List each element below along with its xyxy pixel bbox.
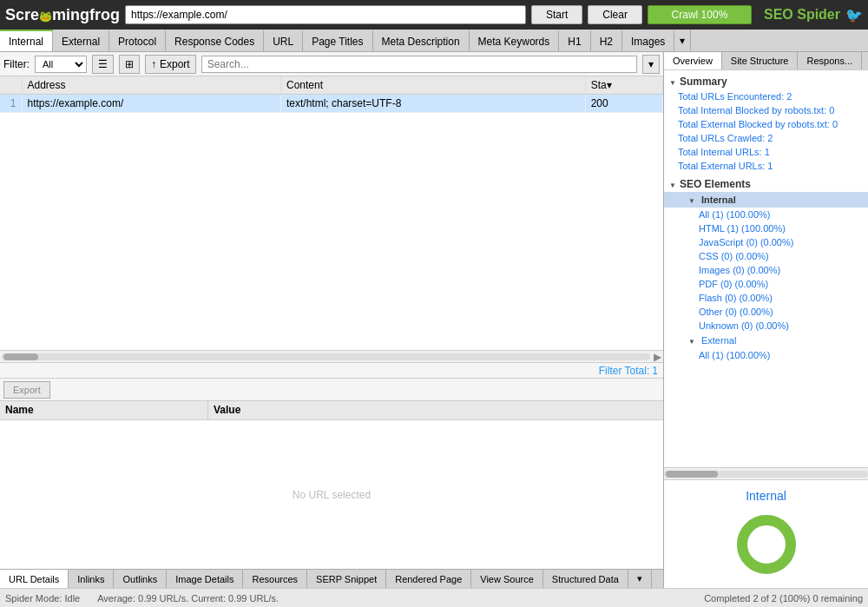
tab-resources[interactable]: Resources: [243, 570, 307, 588]
tab-url-details[interactable]: URL Details: [0, 570, 69, 588]
completed-status: Completed 2 of 2 (100%) 0 remaining: [704, 593, 863, 604]
clear-button[interactable]: Clear: [588, 5, 642, 24]
total-urls-encountered[interactable]: Total URLs Encountered: 2: [664, 89, 868, 103]
internal-all[interactable]: All (1) (100.00%): [664, 208, 868, 221]
tab-url[interactable]: URL: [264, 30, 303, 51]
search-dropdown-button[interactable]: ▾: [642, 55, 660, 74]
start-button[interactable]: Start: [531, 5, 582, 24]
internal-unknown[interactable]: Unknown (0) (0.00%): [664, 319, 868, 333]
total-urls-crawled[interactable]: Total URLs Crawled: 2: [664, 131, 868, 145]
bottom-export-button[interactable]: Export: [3, 381, 50, 399]
donut-chart: [732, 510, 801, 579]
tab-serp-snippet[interactable]: SERP Snippet: [307, 570, 386, 588]
right-tab-site-structure[interactable]: Site Structure: [722, 52, 799, 69]
horizontal-scrollbar[interactable]: ▶: [0, 350, 663, 362]
summary-section: Summary Total URLs Encountered: 2 Total …: [664, 72, 868, 175]
main-tabs: Internal External Protocol Response Code…: [0, 30, 868, 52]
right-tab-response[interactable]: Respons...: [798, 52, 862, 69]
more-bottom-tabs[interactable]: ▾: [628, 570, 652, 588]
export-button[interactable]: ↑ Export: [145, 55, 196, 74]
tab-meta-keywords[interactable]: Meta Keywords: [470, 30, 560, 51]
seo-elements-label: SEO Elements: [680, 178, 751, 190]
tab-h2[interactable]: H2: [591, 30, 622, 51]
chart-title: Internal: [746, 489, 786, 503]
col-status[interactable]: Sta▾: [585, 76, 662, 95]
col-num: [0, 76, 22, 95]
internal-collapse-icon: [688, 194, 695, 206]
row-content: text/html; charset=UTF-8: [280, 95, 585, 113]
col-address[interactable]: Address: [22, 76, 280, 95]
export-bar: Export: [0, 379, 663, 401]
tab-images[interactable]: Images: [622, 30, 674, 51]
svg-point-1: [742, 520, 791, 569]
tab-rendered-page[interactable]: Rendered Page: [386, 570, 471, 588]
internal-flash[interactable]: Flash (0) (0.00%): [664, 291, 868, 305]
row-address: https://example.com/: [22, 95, 280, 113]
list-view-button[interactable]: ☰: [92, 55, 114, 74]
summary-collapse-icon: [669, 76, 676, 88]
tab-external[interactable]: External: [53, 30, 109, 51]
tab-image-details[interactable]: Image Details: [167, 570, 243, 588]
right-tab-overview[interactable]: Overview: [664, 52, 722, 69]
row-number: 1: [0, 95, 22, 113]
tab-page-titles[interactable]: Page Titles: [303, 30, 372, 51]
internal-css[interactable]: CSS (0) (0.00%): [664, 249, 868, 263]
internal-pdf[interactable]: PDF (0) (0.00%): [664, 277, 868, 291]
filter-bar: Filter: All ☰ ⊞ ↑ Export ▾: [0, 52, 663, 76]
row-status: 200: [585, 95, 662, 113]
tab-outlinks[interactable]: Outlinks: [114, 570, 167, 588]
tab-view-source[interactable]: View Source: [471, 570, 543, 588]
more-tabs-button[interactable]: ▾: [674, 30, 691, 51]
site-map-button[interactable]: ⊞: [119, 55, 140, 74]
external-all[interactable]: All (1) (100.00%): [664, 348, 868, 362]
tab-response-codes[interactable]: Response Codes: [166, 30, 264, 51]
bottom-tabs: URL Details Inlinks Outlinks Image Detai…: [0, 569, 663, 588]
internal-images[interactable]: Images (0) (0.00%): [664, 263, 868, 277]
total-external-blocked[interactable]: Total External Blocked by robots.txt: 0: [664, 117, 868, 131]
twitter-icon: 🐦: [845, 7, 863, 23]
total-external-urls[interactable]: Total External URLs: 1: [664, 159, 868, 173]
spider-mode: Spider Mode: Idle: [5, 593, 80, 604]
tab-internal[interactable]: Internal: [0, 30, 53, 51]
tab-structured-data[interactable]: Structured Data: [543, 570, 628, 588]
no-url-selected: No URL selected: [293, 489, 371, 501]
right-tree: Summary Total URLs Encountered: 2 Total …: [664, 70, 868, 467]
chart-section: Internal: [664, 479, 868, 588]
avg-speed: Average: 0.99 URL/s. Current: 0.99 URL/s…: [97, 593, 279, 604]
tab-h1[interactable]: H1: [559, 30, 590, 51]
tab-inlinks[interactable]: Inlinks: [69, 570, 114, 588]
seo-elements-section: SEO Elements Internal All (1) (100.00%) …: [664, 175, 868, 364]
filter-select[interactable]: All: [35, 56, 87, 73]
summary-label: Summary: [680, 76, 727, 88]
filter-total: Filter Total: 1: [0, 362, 663, 378]
col-content[interactable]: Content: [280, 76, 585, 95]
logo-text: Scre🐸mingfrog: [5, 6, 120, 24]
detail-header: Name Value: [0, 401, 663, 420]
external-sub-header[interactable]: External: [664, 333, 868, 348]
internal-html[interactable]: HTML (1) (100.00%): [664, 221, 868, 235]
search-input[interactable]: [201, 56, 637, 73]
total-internal-blocked[interactable]: Total Internal Blocked by robots.txt: 0: [664, 103, 868, 117]
tab-meta-description[interactable]: Meta Description: [373, 30, 470, 51]
internal-sub-header[interactable]: Internal: [664, 192, 868, 208]
internal-javascript[interactable]: JavaScript (0) (0.00%): [664, 235, 868, 249]
crawl-button[interactable]: Crawl 100%: [648, 5, 752, 24]
right-panel-hscroll[interactable]: [664, 467, 868, 479]
summary-header[interactable]: Summary: [664, 74, 868, 89]
table-row[interactable]: 1 https://example.com/ text/html; charse…: [0, 95, 663, 113]
url-input[interactable]: [125, 5, 526, 24]
internal-other[interactable]: Other (0) (0.00%): [664, 305, 868, 319]
logo: Scre🐸mingfrog: [5, 6, 120, 24]
seo-elements-collapse-icon: [669, 178, 676, 190]
detail-value-col: Value: [208, 401, 663, 419]
seo-spider-label: SEO Spider: [764, 7, 840, 23]
status-bar: Spider Mode: Idle Average: 0.99 URL/s. C…: [0, 588, 868, 607]
right-panel: Overview Site Structure Respons... Summa…: [664, 52, 868, 588]
top-bar: Scre🐸mingfrog Start Clear Crawl 100% SEO…: [0, 0, 868, 30]
tab-protocol[interactable]: Protocol: [109, 30, 166, 51]
export-label: Export: [160, 58, 190, 70]
right-tabs: Overview Site Structure Respons...: [664, 52, 868, 70]
filter-total-label: Filter Total:: [599, 365, 649, 377]
total-internal-urls[interactable]: Total Internal URLs: 1: [664, 145, 868, 159]
seo-elements-header[interactable]: SEO Elements: [664, 176, 868, 192]
